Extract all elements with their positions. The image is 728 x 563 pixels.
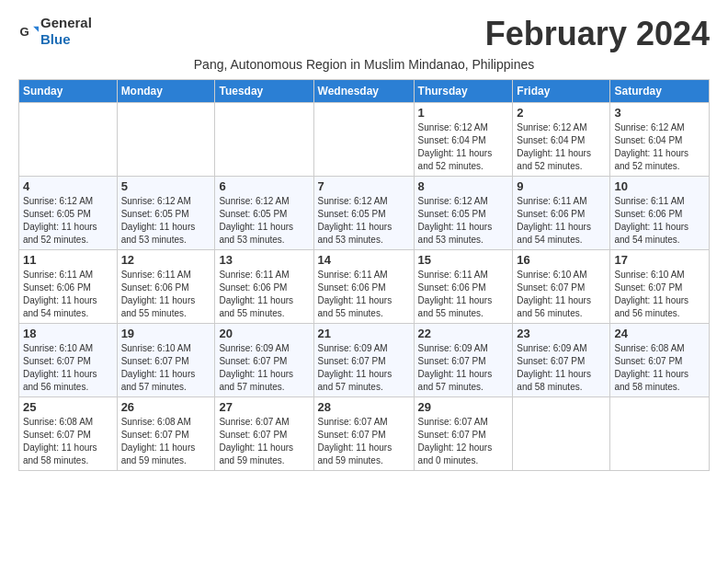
- week-row-5: 25Sunrise: 6:08 AM Sunset: 6:07 PM Dayli…: [19, 397, 710, 471]
- week-row-3: 11Sunrise: 6:11 AM Sunset: 6:06 PM Dayli…: [19, 250, 710, 324]
- day-cell: 12Sunrise: 6:11 AM Sunset: 6:06 PM Dayli…: [117, 250, 215, 324]
- month-title: February 2024: [485, 15, 710, 53]
- day-number: 7: [318, 179, 410, 193]
- day-cell: 3Sunrise: 6:12 AM Sunset: 6:04 PM Daylig…: [610, 103, 710, 177]
- day-number: 3: [614, 106, 705, 120]
- day-number: 20: [219, 327, 309, 340]
- day-cell: 15Sunrise: 6:11 AM Sunset: 6:06 PM Dayli…: [414, 250, 513, 324]
- day-cell: 18Sunrise: 6:10 AM Sunset: 6:07 PM Dayli…: [19, 324, 118, 397]
- day-number: 26: [121, 400, 211, 414]
- day-info: Sunrise: 6:11 AM Sunset: 6:06 PM Dayligh…: [418, 269, 509, 320]
- day-info: Sunrise: 6:10 AM Sunset: 6:07 PM Dayligh…: [121, 342, 211, 394]
- day-cell: 19Sunrise: 6:10 AM Sunset: 6:07 PM Dayli…: [117, 324, 215, 397]
- day-info: Sunrise: 6:08 AM Sunset: 6:07 PM Dayligh…: [614, 342, 705, 394]
- day-info: Sunrise: 6:08 AM Sunset: 6:07 PM Dayligh…: [121, 416, 211, 467]
- day-number: 15: [418, 253, 509, 267]
- day-number: 28: [318, 400, 410, 414]
- day-info: Sunrise: 6:10 AM Sunset: 6:07 PM Dayligh…: [517, 269, 606, 320]
- day-info: Sunrise: 6:12 AM Sunset: 6:05 PM Dayligh…: [23, 195, 113, 247]
- day-number: 9: [517, 179, 606, 193]
- svg-text:G: G: [19, 25, 28, 39]
- day-info: Sunrise: 6:09 AM Sunset: 6:07 PM Dayligh…: [318, 342, 410, 394]
- col-header-sunday: Sunday: [19, 80, 118, 103]
- day-cell: 16Sunrise: 6:10 AM Sunset: 6:07 PM Dayli…: [513, 250, 610, 324]
- day-info: Sunrise: 6:11 AM Sunset: 6:06 PM Dayligh…: [517, 195, 606, 247]
- day-cell: 11Sunrise: 6:11 AM Sunset: 6:06 PM Dayli…: [19, 250, 118, 324]
- day-info: Sunrise: 6:11 AM Sunset: 6:06 PM Dayligh…: [614, 195, 705, 247]
- day-info: Sunrise: 6:09 AM Sunset: 6:07 PM Dayligh…: [418, 342, 509, 394]
- day-cell: [215, 103, 313, 177]
- day-cell: 17Sunrise: 6:10 AM Sunset: 6:07 PM Dayli…: [610, 250, 710, 324]
- day-info: Sunrise: 6:07 AM Sunset: 6:07 PM Dayligh…: [219, 416, 309, 467]
- day-cell: 28Sunrise: 6:07 AM Sunset: 6:07 PM Dayli…: [313, 397, 414, 471]
- logo-icon: G: [18, 21, 39, 41]
- calendar-table: SundayMondayTuesdayWednesdayThursdayFrid…: [18, 79, 710, 471]
- day-cell: 21Sunrise: 6:09 AM Sunset: 6:07 PM Dayli…: [313, 324, 414, 397]
- day-cell: 14Sunrise: 6:11 AM Sunset: 6:06 PM Dayli…: [313, 250, 414, 324]
- day-cell: 7Sunrise: 6:12 AM Sunset: 6:05 PM Daylig…: [313, 177, 414, 250]
- day-cell: [313, 103, 414, 177]
- day-number: 27: [219, 400, 309, 414]
- day-number: 16: [517, 253, 606, 267]
- day-cell: 26Sunrise: 6:08 AM Sunset: 6:07 PM Dayli…: [117, 397, 215, 471]
- day-number: 4: [23, 179, 113, 193]
- day-cell: 2Sunrise: 6:12 AM Sunset: 6:04 PM Daylig…: [513, 103, 610, 177]
- day-info: Sunrise: 6:07 AM Sunset: 6:07 PM Dayligh…: [418, 416, 509, 467]
- day-number: 13: [219, 253, 309, 267]
- day-cell: 5Sunrise: 6:12 AM Sunset: 6:05 PM Daylig…: [117, 177, 215, 250]
- day-number: 5: [121, 179, 211, 193]
- day-info: Sunrise: 6:10 AM Sunset: 6:07 PM Dayligh…: [614, 269, 705, 320]
- day-cell: 13Sunrise: 6:11 AM Sunset: 6:06 PM Dayli…: [215, 250, 313, 324]
- day-number: 14: [318, 253, 410, 267]
- day-number: 10: [614, 179, 705, 193]
- day-number: 11: [23, 253, 113, 267]
- col-header-monday: Monday: [117, 80, 215, 103]
- day-cell: 24Sunrise: 6:08 AM Sunset: 6:07 PM Dayli…: [610, 324, 710, 397]
- day-info: Sunrise: 6:11 AM Sunset: 6:06 PM Dayligh…: [121, 269, 211, 320]
- day-cell: 1Sunrise: 6:12 AM Sunset: 6:04 PM Daylig…: [414, 103, 513, 177]
- day-cell: 4Sunrise: 6:12 AM Sunset: 6:05 PM Daylig…: [19, 177, 118, 250]
- day-info: Sunrise: 6:12 AM Sunset: 6:04 PM Dayligh…: [418, 121, 509, 173]
- day-info: Sunrise: 6:12 AM Sunset: 6:04 PM Dayligh…: [614, 121, 705, 173]
- day-info: Sunrise: 6:12 AM Sunset: 6:05 PM Dayligh…: [219, 195, 309, 247]
- day-cell: 10Sunrise: 6:11 AM Sunset: 6:06 PM Dayli…: [610, 177, 710, 250]
- day-info: Sunrise: 6:11 AM Sunset: 6:06 PM Dayligh…: [23, 269, 113, 320]
- day-info: Sunrise: 6:09 AM Sunset: 6:07 PM Dayligh…: [219, 342, 309, 394]
- day-info: Sunrise: 6:12 AM Sunset: 6:04 PM Dayligh…: [517, 121, 606, 173]
- day-number: 8: [418, 179, 509, 193]
- day-info: Sunrise: 6:11 AM Sunset: 6:06 PM Dayligh…: [219, 269, 309, 320]
- logo-general: General: [40, 15, 92, 30]
- day-info: Sunrise: 6:07 AM Sunset: 6:07 PM Dayligh…: [318, 416, 410, 467]
- day-info: Sunrise: 6:11 AM Sunset: 6:06 PM Dayligh…: [318, 269, 410, 320]
- day-cell: 29Sunrise: 6:07 AM Sunset: 6:07 PM Dayli…: [414, 397, 513, 471]
- day-number: 21: [318, 327, 410, 340]
- day-info: Sunrise: 6:09 AM Sunset: 6:07 PM Dayligh…: [517, 342, 606, 394]
- day-info: Sunrise: 6:12 AM Sunset: 6:05 PM Dayligh…: [418, 195, 509, 247]
- col-header-thursday: Thursday: [414, 80, 513, 103]
- day-cell: [117, 103, 215, 177]
- col-header-saturday: Saturday: [610, 80, 710, 103]
- day-number: 19: [121, 327, 211, 340]
- day-number: 22: [418, 327, 509, 340]
- day-number: 23: [517, 327, 606, 340]
- day-cell: 9Sunrise: 6:11 AM Sunset: 6:06 PM Daylig…: [513, 177, 610, 250]
- day-number: 29: [418, 400, 509, 414]
- logo: G General Blue: [18, 15, 92, 48]
- day-cell: 20Sunrise: 6:09 AM Sunset: 6:07 PM Dayli…: [215, 324, 313, 397]
- day-cell: [19, 103, 118, 177]
- day-number: 24: [614, 327, 705, 340]
- day-cell: 8Sunrise: 6:12 AM Sunset: 6:05 PM Daylig…: [414, 177, 513, 250]
- day-info: Sunrise: 6:12 AM Sunset: 6:05 PM Dayligh…: [318, 195, 410, 247]
- day-info: Sunrise: 6:08 AM Sunset: 6:07 PM Dayligh…: [23, 416, 113, 467]
- day-cell: 23Sunrise: 6:09 AM Sunset: 6:07 PM Dayli…: [513, 324, 610, 397]
- logo-blue: Blue: [40, 31, 71, 47]
- week-row-2: 4Sunrise: 6:12 AM Sunset: 6:05 PM Daylig…: [19, 177, 710, 250]
- week-row-1: 1Sunrise: 6:12 AM Sunset: 6:04 PM Daylig…: [19, 103, 710, 177]
- col-header-wednesday: Wednesday: [313, 80, 414, 103]
- day-number: 12: [121, 253, 211, 267]
- header-row: SundayMondayTuesdayWednesdayThursdayFrid…: [19, 80, 710, 103]
- day-cell: 22Sunrise: 6:09 AM Sunset: 6:07 PM Dayli…: [414, 324, 513, 397]
- day-number: 1: [418, 106, 509, 120]
- day-number: 17: [614, 253, 705, 267]
- day-cell: 6Sunrise: 6:12 AM Sunset: 6:05 PM Daylig…: [215, 177, 313, 250]
